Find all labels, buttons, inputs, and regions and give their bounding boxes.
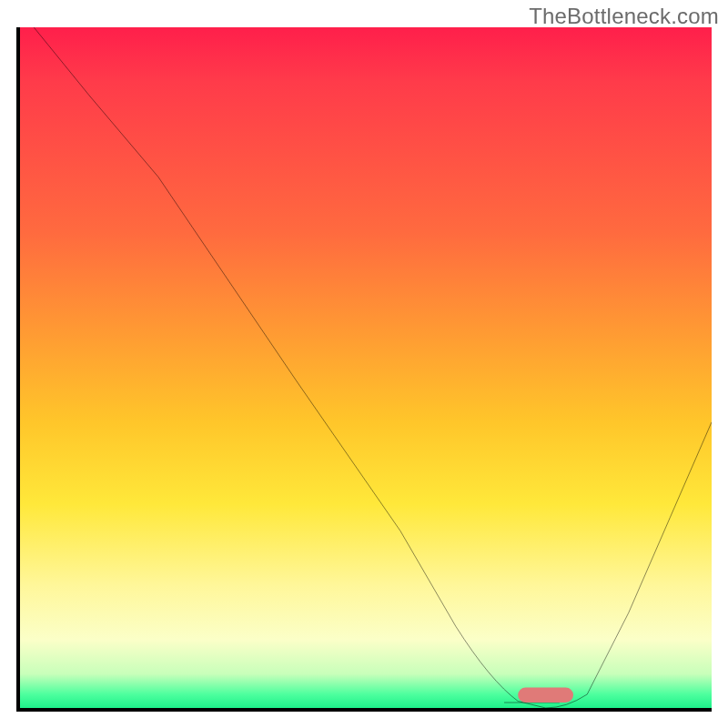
curve-layer: [20, 27, 712, 708]
watermark-text: TheBottleneck.com: [529, 4, 719, 29]
chart-container: TheBottleneck.com: [0, 0, 728, 728]
plot-area: [20, 27, 712, 708]
bottleneck-curve: [34, 27, 712, 708]
optimal-point-marker: [518, 688, 573, 703]
